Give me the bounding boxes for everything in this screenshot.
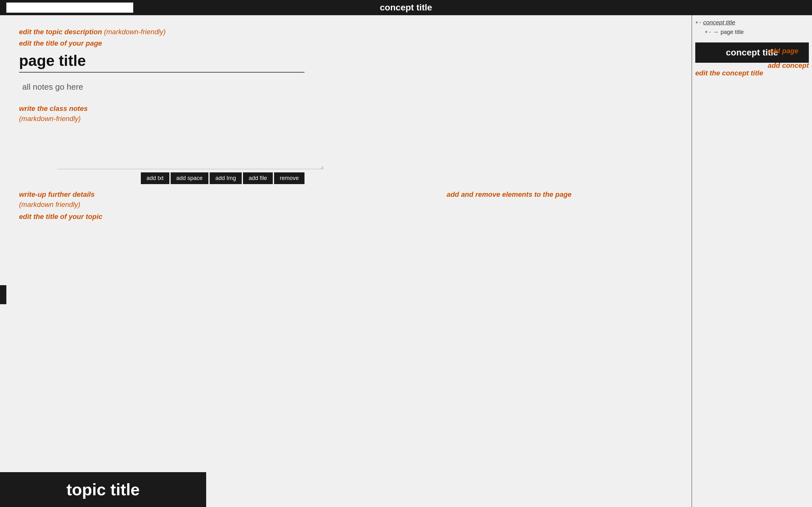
- main-layout: edit the topic description (markdown-fri…: [0, 15, 812, 507]
- page-title-label-group: edit the title of your page: [19, 39, 672, 48]
- notes-textarea[interactable]: [57, 144, 323, 169]
- bottom-right-labels: add and remove elements to the page: [346, 190, 672, 223]
- tree-plus-page[interactable]: +: [705, 29, 708, 35]
- tree-plus-concept[interactable]: +: [695, 20, 698, 25]
- tree-label-page[interactable]: page title: [721, 29, 744, 36]
- topic-title-text[interactable]: topic title: [66, 480, 140, 499]
- right-sidebar: + - concept title + - → page title conce…: [692, 15, 812, 507]
- add-txt-button[interactable]: add txt: [141, 172, 169, 184]
- content-area: edit the topic description (markdown-fri…: [0, 15, 692, 507]
- tree-minus-page[interactable]: -: [709, 29, 711, 35]
- action-buttons-group: add txt add space add Img add file remov…: [19, 172, 305, 184]
- tree-controls-page: + -: [705, 29, 711, 35]
- add-remove-label[interactable]: add and remove elements to the page: [346, 190, 672, 199]
- page-title-input[interactable]: [19, 52, 305, 72]
- header-title: concept title: [380, 3, 432, 13]
- add-page-label[interactable]: add page: [768, 47, 809, 55]
- bottom-section: add txt add space add Img add file remov…: [19, 144, 672, 226]
- sidebar-tree-item-concept: + - concept title: [695, 18, 809, 26]
- top-header: concept title: [0, 0, 812, 15]
- writeup-suffix: (markdown friendly): [19, 201, 346, 209]
- topic-title-bar: topic title: [0, 472, 206, 507]
- add-img-button[interactable]: add Img: [210, 172, 242, 184]
- edit-concept-label[interactable]: edit the concept title: [695, 69, 809, 77]
- writeup-label[interactable]: write-up further details: [19, 190, 346, 199]
- write-notes-label-group: write the class notes (markdown-friendly…: [19, 105, 672, 125]
- tree-arrow-page: →: [713, 29, 719, 36]
- write-notes-suffix: (markdown-friendly): [19, 115, 672, 123]
- add-space-button[interactable]: add space: [171, 172, 208, 184]
- write-notes-label[interactable]: write the class notes: [19, 105, 672, 113]
- sidebar-tree-item-page: + - → page title: [705, 28, 809, 36]
- edit-topic-label[interactable]: edit the title of your topic: [19, 213, 346, 221]
- add-concept-label[interactable]: add concept: [768, 61, 809, 70]
- sidebar-tree: + - concept title + - → page title: [695, 18, 809, 36]
- bottom-left-labels: write-up further details (markdown frien…: [19, 190, 346, 223]
- add-file-button[interactable]: add file: [243, 172, 273, 184]
- topic-description-label-group: edit the topic description (markdown-fri…: [19, 28, 672, 36]
- remove-button[interactable]: remove: [274, 172, 305, 184]
- topic-description-label[interactable]: edit the topic description (markdown-fri…: [19, 28, 165, 36]
- header-input[interactable]: [6, 3, 133, 13]
- sidebar-right-actions: add page add concept: [768, 47, 809, 70]
- tree-label-concept[interactable]: concept title: [703, 19, 735, 26]
- notes-display: all notes go here: [19, 82, 305, 92]
- page-title-edit-label[interactable]: edit the title of your page: [19, 39, 102, 47]
- bottom-labels: write-up further details (markdown frien…: [19, 190, 672, 223]
- topic-description-suffix: (markdown-friendly): [104, 28, 165, 36]
- tree-controls-concept: + -: [695, 20, 701, 25]
- tree-minus-concept[interactable]: -: [699, 20, 701, 25]
